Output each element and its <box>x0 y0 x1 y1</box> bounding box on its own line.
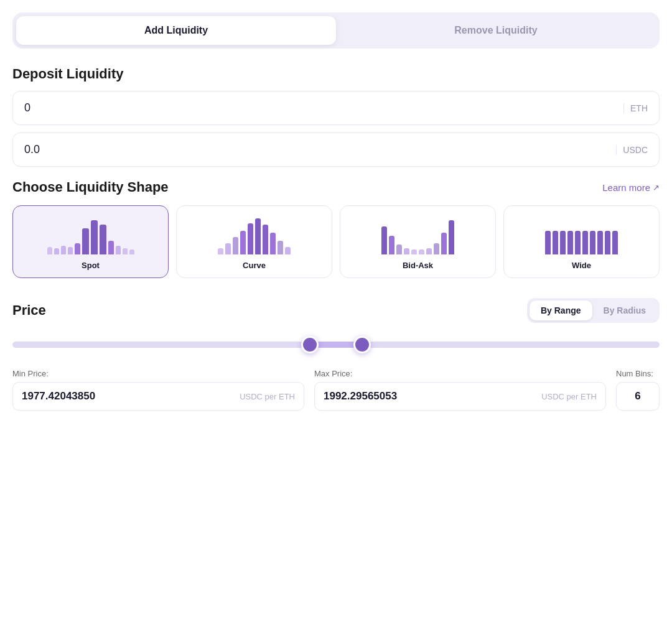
shape-card-curve[interactable]: Curve <box>176 205 332 278</box>
spot-chart <box>21 217 161 254</box>
tab-remove-liquidity[interactable]: Remove Liquidity <box>336 16 656 45</box>
min-price-label: Min Price: <box>12 369 304 378</box>
min-price-value: 1977.42043850 <box>22 390 235 403</box>
toggle-by-radius[interactable]: By Radius <box>592 300 657 320</box>
shape-card-wide[interactable]: Wide <box>503 205 660 278</box>
tab-add-liquidity[interactable]: Add Liquidity <box>16 16 336 45</box>
price-title: Price <box>12 302 46 319</box>
toggle-by-range[interactable]: By Range <box>530 300 592 320</box>
max-price-unit: USDC per ETH <box>541 392 597 401</box>
curve-label: Curve <box>243 261 266 270</box>
num-bins-value: 6 <box>616 382 660 411</box>
shape-card-spot[interactable]: Spot <box>12 205 169 278</box>
deposit-title: Deposit Liquidity <box>12 66 660 82</box>
usdc-token-label: USDC <box>616 145 648 155</box>
max-price-label: Max Price: <box>314 369 606 378</box>
curve-chart <box>184 217 324 254</box>
bid-ask-chart <box>348 217 488 254</box>
max-price-value: 1992.29565053 <box>324 390 536 403</box>
shape-cards-container: Spot Curve B <box>12 205 660 278</box>
shape-card-bid-ask[interactable]: Bid-Ask <box>340 205 496 278</box>
price-range-slider[interactable] <box>12 335 660 354</box>
max-price-box: 1992.29565053 USDC per ETH <box>314 382 606 411</box>
min-price-group: Min Price: 1977.42043850 USDC per ETH <box>12 369 304 411</box>
num-bins-group: Num Bins: 6 <box>616 369 660 411</box>
usdc-input-field: USDC <box>12 133 660 167</box>
price-header: Price By Range By Radius <box>12 298 660 323</box>
eth-token-label: ETH <box>623 103 648 113</box>
max-price-group: Max Price: 1992.29565053 USDC per ETH <box>314 369 606 411</box>
shape-title: Choose Liquidity Shape <box>12 179 169 195</box>
tab-switcher: Add Liquidity Remove Liquidity <box>12 12 660 49</box>
slider-thumb-left[interactable] <box>301 336 319 353</box>
eth-input-field: ETH <box>12 91 660 125</box>
learn-more-label: Learn more <box>602 182 650 193</box>
min-price-box: 1977.42043850 USDC per ETH <box>12 382 304 411</box>
learn-more-link[interactable]: Learn more ↗ <box>602 182 660 193</box>
bid-ask-label: Bid-Ask <box>403 261 433 270</box>
shape-header: Choose Liquidity Shape Learn more ↗ <box>12 179 660 195</box>
price-toggle-group: By Range By Radius <box>527 298 660 323</box>
min-price-unit: USDC per ETH <box>240 392 295 401</box>
num-bins-label: Num Bins: <box>616 369 660 378</box>
slider-thumb-right[interactable] <box>353 336 371 353</box>
eth-input[interactable] <box>24 101 617 114</box>
usdc-input[interactable] <box>24 143 610 156</box>
spot-label: Spot <box>82 261 100 270</box>
slider-track <box>12 342 660 348</box>
wide-label: Wide <box>572 261 591 270</box>
price-inputs-row: Min Price: 1977.42043850 USDC per ETH Ma… <box>12 369 660 411</box>
external-link-icon: ↗ <box>653 183 660 192</box>
wide-chart <box>511 217 651 254</box>
